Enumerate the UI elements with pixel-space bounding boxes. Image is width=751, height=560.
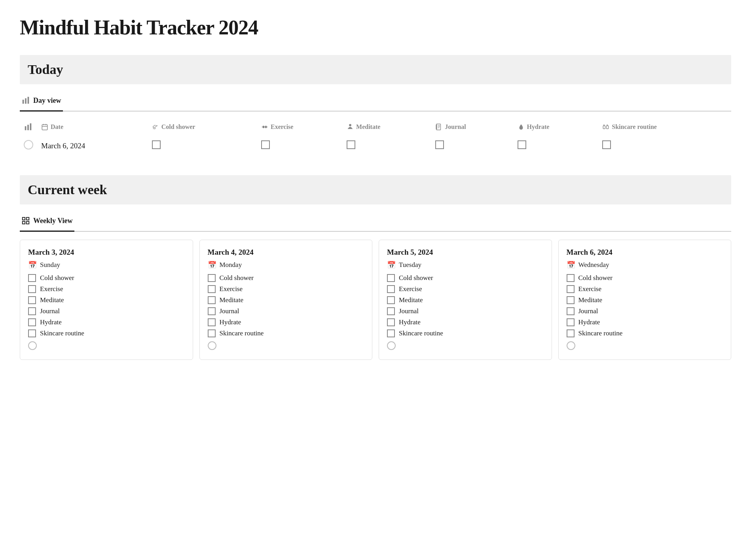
week-day-1-habit-1-label: Exercise [220, 285, 243, 293]
col-skincare-header: Skincare routine [598, 119, 731, 136]
today-heading: Today [28, 62, 723, 77]
today-skincare-cell[interactable] [598, 136, 731, 155]
col-exercise-header: Exercise [257, 119, 343, 136]
week-day-0-habit-3-checkbox[interactable] [28, 307, 36, 315]
week-day-0-habit-0-checkbox[interactable] [28, 274, 36, 282]
week-day-1-habit-4-label: Hydrate [220, 318, 241, 326]
today-meditate-cell[interactable] [343, 136, 431, 155]
weekly-view-tab[interactable]: Weekly View [20, 212, 74, 232]
week-day-0-radio[interactable] [28, 341, 37, 350]
today-skincare-checkbox[interactable] [602, 140, 611, 149]
today-cold-shower-cell[interactable] [148, 136, 257, 155]
week-day-3-habit-0: Cold shower [567, 274, 723, 282]
day-view-tab[interactable]: Day view [20, 92, 63, 112]
week-day-1-radio[interactable] [208, 341, 216, 350]
bar-chart-icon [21, 96, 30, 105]
week-day-1-habit-0-checkbox[interactable] [208, 274, 216, 282]
week-day-2-habit-2-checkbox[interactable] [387, 296, 395, 304]
today-cold-shower-checkbox[interactable] [152, 140, 161, 149]
week-day-0-habit-4: Hydrate [28, 318, 185, 326]
week-day-0-habit-2-checkbox[interactable] [28, 296, 36, 304]
today-section: Today Day view [20, 55, 731, 155]
week-day-2-habit-4-checkbox[interactable] [387, 318, 395, 326]
today-exercise-cell[interactable] [257, 136, 343, 155]
week-day-2-habit-3-checkbox[interactable] [387, 307, 395, 315]
col-cold-shower-header: Cold shower [148, 119, 257, 136]
weekly-view-tab-label: Weekly View [33, 217, 73, 225]
week-day-2-habit-3-label: Journal [399, 307, 419, 315]
week-day-0-habit-5: Skincare routine [28, 329, 185, 337]
week-day-2-habit-2-label: Meditate [399, 296, 423, 304]
day-view-tab-label: Day view [33, 96, 61, 105]
today-hydrate-checkbox[interactable] [518, 140, 526, 149]
week-day-0-habit-4-checkbox[interactable] [28, 318, 36, 326]
col-journal-header: Journal [431, 119, 513, 136]
week-day-date-1: March 4, 2024 [208, 248, 364, 257]
week-day-3-habit-5-checkbox[interactable] [567, 329, 575, 337]
week-day-0-habit-1: Exercise [28, 285, 185, 293]
week-day-card-3: March 6, 2024📅WednesdayCold showerExerci… [558, 240, 732, 360]
week-day-0-habit-5-checkbox[interactable] [28, 329, 36, 337]
svg-rect-32 [27, 218, 29, 220]
week-day-2-habit-5-checkbox[interactable] [387, 329, 395, 337]
today-row: March 6, 2024 [20, 136, 731, 155]
col-hydrate-header: Hydrate [514, 119, 599, 136]
svg-rect-34 [27, 221, 29, 224]
week-day-3-radio[interactable] [567, 341, 575, 350]
week-day-1-habit-3-checkbox[interactable] [208, 307, 216, 315]
week-day-1-habit-1-checkbox[interactable] [208, 285, 216, 293]
week-day-3-habit-2-checkbox[interactable] [567, 296, 575, 304]
week-day-3-habit-3-checkbox[interactable] [567, 307, 575, 315]
week-day-2-habit-1-checkbox[interactable] [387, 285, 395, 293]
week-day-3-habit-3-label: Journal [578, 307, 598, 315]
week-day-3-habit-3: Journal [567, 307, 723, 315]
svg-point-18 [349, 124, 351, 126]
svg-line-12 [155, 128, 156, 129]
week-day-date-3: March 6, 2024 [567, 248, 723, 257]
day-table: Date Cold shower [20, 119, 731, 155]
today-meditate-checkbox[interactable] [347, 140, 355, 149]
week-day-2-habit-3: Journal [387, 307, 544, 315]
week-day-1-habit-4-checkbox[interactable] [208, 318, 216, 326]
week-day-2-radio[interactable] [387, 341, 396, 350]
week-day-2-habit-0-checkbox[interactable] [387, 274, 395, 282]
week-day-2-habit-4: Hydrate [387, 318, 544, 326]
week-day-1-habit-2-checkbox[interactable] [208, 296, 216, 304]
week-day-0-habit-2-label: Meditate [40, 296, 64, 304]
calendar-emoji-1: 📅 [208, 261, 216, 269]
week-day-3-habit-2: Meditate [567, 296, 723, 304]
svg-rect-16 [265, 126, 266, 128]
week-day-3-habit-4-label: Hydrate [578, 318, 600, 326]
skincare-icon [602, 123, 609, 131]
svg-rect-15 [263, 126, 264, 128]
week-day-2-habit-0-label: Cold shower [399, 274, 433, 282]
col-chart [20, 119, 37, 136]
week-day-weekday-0: 📅Sunday [28, 261, 185, 269]
week-day-1-habit-5-checkbox[interactable] [208, 329, 216, 337]
today-journal-checkbox[interactable] [435, 140, 444, 149]
week-day-1-habit-3: Journal [208, 307, 364, 315]
calendar-emoji-3: 📅 [567, 261, 575, 269]
week-day-3-habit-1: Exercise [567, 285, 723, 293]
svg-rect-20 [436, 124, 441, 130]
week-day-1-habit-0-label: Cold shower [220, 274, 254, 282]
today-hydrate-cell[interactable] [514, 136, 599, 155]
today-exercise-checkbox[interactable] [261, 140, 270, 149]
week-day-3-habit-1-checkbox[interactable] [567, 285, 575, 293]
week-day-3-habit-0-checkbox[interactable] [567, 274, 575, 282]
calendar-emoji-2: 📅 [387, 261, 396, 269]
journal-icon [435, 123, 442, 131]
week-day-0-habit-1-checkbox[interactable] [28, 285, 36, 293]
week-tab-bar: Weekly View [20, 212, 731, 232]
week-day-2-habit-2: Meditate [387, 296, 544, 304]
week-day-0-habit-2: Meditate [28, 296, 185, 304]
col-meditate-header: Meditate [343, 119, 431, 136]
shower-icon [152, 123, 159, 131]
today-row-radio-cell[interactable] [20, 136, 37, 155]
today-date-cell: March 6, 2024 [37, 136, 148, 155]
today-journal-cell[interactable] [431, 136, 513, 155]
today-radio[interactable] [24, 140, 33, 149]
week-day-3-habit-4-checkbox[interactable] [567, 318, 575, 326]
week-day-2-habit-5: Skincare routine [387, 329, 544, 337]
week-day-0-habit-3-label: Journal [40, 307, 60, 315]
